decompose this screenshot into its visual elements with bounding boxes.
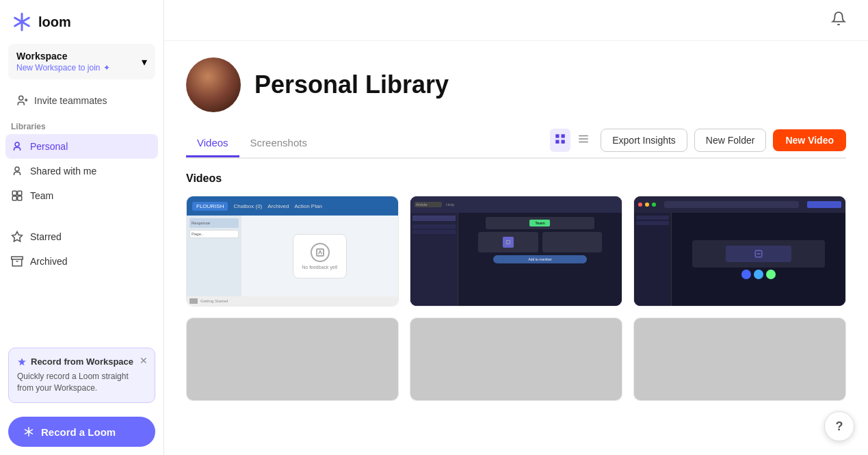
workspace-sub: New Workspace to join ✦ (16, 63, 110, 73)
sidebar-item-team-label: Team (30, 190, 53, 201)
video-thumbnail-1: FLOURISH Chatbox (0) Archived Action Pla… (187, 196, 398, 306)
tabs-and-actions: Videos Screenshots Export (186, 129, 846, 159)
record-from-workspace-card: ✕ Record from Workspace Quickly record a… (8, 348, 155, 403)
sidebar: loom Workspace New Workspace to join ✦ ▾… (0, 0, 164, 455)
svg-marker-13 (12, 232, 23, 242)
libraries-section-label: Libraries (0, 116, 163, 134)
grid-view-button[interactable] (550, 129, 570, 152)
videos-grid: FLOURISH Chatbox (0) Archived Action Pla… (186, 196, 846, 401)
sidebar-item-starred[interactable]: Starred (5, 224, 158, 249)
person-add-icon (16, 94, 29, 107)
spark-icon (17, 357, 27, 367)
toolbar-actions: Export Insights New Folder New Video (550, 129, 846, 157)
help-button[interactable]: ? (824, 411, 854, 441)
sidebar-item-shared[interactable]: Shared with me (5, 159, 158, 183)
tabs: Videos Screenshots (186, 130, 318, 156)
video-card[interactable] (410, 317, 622, 401)
workspace-chevron-icon: ▾ (142, 55, 147, 68)
record-card-title: Record from Workspace (17, 356, 146, 367)
svg-rect-14 (12, 257, 23, 259)
svg-rect-12 (18, 196, 22, 200)
record-loom-label: Record a Loom (41, 426, 116, 438)
record-a-loom-button[interactable]: Record a Loom (8, 417, 155, 447)
videos-section-label: Videos (186, 172, 846, 185)
loom-logo-icon (11, 11, 33, 33)
sidebar-item-team[interactable]: Team (5, 183, 158, 208)
video-card[interactable]: Article Help Team (410, 196, 622, 307)
svg-point-4 (19, 96, 23, 100)
bell-icon (831, 11, 846, 26)
record-card-description: Quickly record a Loom straight from your… (17, 371, 146, 394)
export-insights-button[interactable]: Export Insights (601, 129, 687, 152)
sidebar-item-personal[interactable]: Personal (5, 134, 158, 159)
list-view-button[interactable] (573, 129, 594, 152)
tab-screenshots[interactable]: Screenshots (239, 130, 318, 157)
svg-point-7 (15, 142, 19, 146)
svg-rect-27 (506, 241, 510, 244)
sidebar-logo-header: loom (0, 0, 163, 38)
main-content: Personal Library Videos Screenshots (164, 0, 868, 455)
list-icon (577, 133, 590, 145)
video-thumbnail-5 (410, 318, 622, 400)
video-card[interactable] (186, 317, 399, 401)
svg-rect-10 (18, 191, 22, 195)
content-area: Personal Library Videos Screenshots (164, 41, 868, 455)
close-card-button[interactable]: ✕ (138, 354, 149, 367)
loom-logo-text: loom (38, 14, 71, 30)
person-icon (11, 140, 23, 153)
video-card[interactable] (633, 196, 846, 307)
view-toggle (550, 129, 594, 152)
top-bar (164, 0, 868, 41)
svg-rect-20 (556, 134, 560, 138)
avatar (186, 57, 241, 112)
workspace-name: Workspace (16, 51, 110, 62)
workspace-selector[interactable]: Workspace New Workspace to join ✦ ▾ (8, 44, 155, 79)
svg-marker-16 (18, 358, 26, 365)
page-title: Personal Library (254, 70, 449, 99)
sidebar-item-shared-label: Shared with me (30, 166, 96, 177)
grid-icon (554, 133, 566, 145)
svg-point-8 (15, 167, 19, 171)
notification-button[interactable] (826, 8, 852, 32)
invite-teammates-label: Invite teammates (34, 95, 107, 106)
svg-rect-22 (556, 140, 560, 144)
sidebar-item-personal-label: Personal (30, 141, 68, 152)
new-folder-button[interactable]: New Folder (694, 129, 767, 152)
star-icon (11, 231, 23, 243)
video-card[interactable]: FLOURISH Chatbox (0) Archived Action Pla… (186, 196, 399, 307)
video-thumbnail-4 (187, 318, 398, 400)
sidebar-item-archived-label: Archived (30, 256, 67, 267)
svg-rect-9 (12, 191, 16, 195)
shared-icon (11, 165, 23, 177)
team-icon (11, 190, 23, 202)
loom-record-icon (22, 425, 36, 439)
video-thumbnail-6 (634, 318, 845, 400)
tab-videos[interactable]: Videos (186, 130, 239, 157)
sidebar-item-starred-label: Starred (30, 231, 62, 242)
new-video-button[interactable]: New Video (773, 129, 846, 151)
svg-rect-11 (12, 196, 16, 200)
video-card[interactable] (633, 317, 846, 401)
sidebar-item-archived[interactable]: Archived (5, 249, 158, 274)
library-header: Personal Library (186, 57, 846, 112)
svg-rect-23 (562, 140, 565, 144)
invite-teammates-button[interactable]: Invite teammates (8, 89, 155, 112)
archive-icon (11, 255, 23, 268)
video-thumbnail-2: Article Help Team (410, 196, 622, 306)
video-thumbnail-3 (634, 196, 845, 306)
svg-rect-21 (562, 134, 565, 138)
loom-logo: loom (11, 11, 71, 33)
